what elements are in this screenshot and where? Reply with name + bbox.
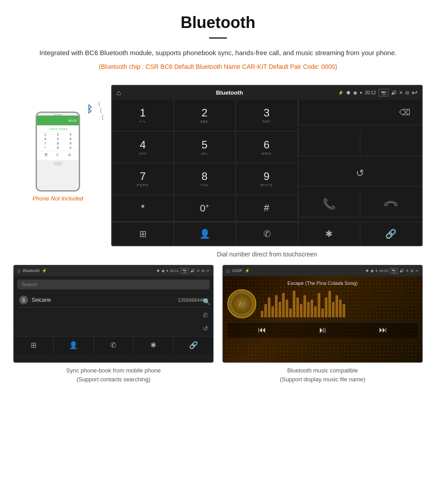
- volume-icon[interactable]: 🔊: [391, 90, 396, 95]
- pb-contact-row[interactable]: S Seicane 13566664466: [17, 293, 210, 308]
- end-call-button[interactable]: 📞: [360, 192, 422, 217]
- music-time: 20:15: [379, 269, 388, 273]
- music-bt-icon: ✱: [366, 269, 369, 273]
- pb-vol-icon[interactable]: 🔊: [190, 269, 195, 273]
- dial-key-star[interactable]: *: [112, 195, 174, 222]
- phonebook-caption: Sync phone-book from mobile phone(Suppor…: [13, 366, 214, 384]
- redial-button[interactable]: ↺: [298, 161, 422, 187]
- pb-time: 20:11: [170, 269, 179, 273]
- music-app-title: A2DP: [232, 268, 242, 273]
- pb-statusbar: ⌂ Bluetooth ⚡ ✱ ◉ ▾ 20:11 📷 🔊 ✕ ⊟ ↩: [14, 265, 213, 276]
- dial-key-0[interactable]: 0+: [174, 195, 236, 222]
- dial-key-4[interactable]: 4GHI: [112, 132, 174, 163]
- phone-bottom-bar: ☰ ✆ ⊙: [38, 151, 77, 159]
- music-cam-icon[interactable]: 📷: [390, 268, 398, 274]
- dial-key-hash[interactable]: #: [236, 195, 298, 222]
- pb-func-phone[interactable]: ✆: [94, 336, 134, 354]
- pb-content-area: Search S Seicane 13566664466 🔍 ✆ ↺: [14, 276, 213, 354]
- phone-screen: + Add to Contacts 123 456 789 *0# ☰ ✆ ⊙: [37, 125, 79, 160]
- pb-search-placeholder: Search: [22, 282, 37, 287]
- music-close-icon[interactable]: ✕: [406, 269, 409, 273]
- dial-key-2[interactable]: 2ABC: [174, 100, 236, 131]
- func-phone[interactable]: ✆: [236, 222, 298, 245]
- dial-key-1[interactable]: 1∿∿: [112, 100, 174, 131]
- dial-key-8[interactable]: 8TUV: [174, 163, 236, 195]
- pb-func-link[interactable]: 🔗: [174, 336, 213, 354]
- page-header: Bluetooth Integrated with BC6 Bluetooth …: [0, 0, 436, 80]
- func-bluetooth[interactable]: ✱: [298, 222, 360, 245]
- dial-key-7[interactable]: 7PQRS: [112, 163, 174, 195]
- page-description: Integrated with BC6 Bluetooth module, su…: [27, 48, 409, 58]
- pb-search-bar[interactable]: Search: [17, 280, 210, 289]
- func-dialpad[interactable]: ⊞: [112, 222, 174, 245]
- music-vol-icon[interactable]: 🔊: [400, 269, 404, 273]
- pb-split-icon[interactable]: ⊟: [202, 269, 205, 273]
- main-screen-section: ⌂ Bluetooth ⚡ ✱ ◉ ▾ 20:12 📷 🔊 ✕ ⊟ ↩: [111, 85, 423, 265]
- page-title: Bluetooth: [27, 13, 409, 32]
- pb-loc-icon: ◉: [161, 269, 165, 273]
- pb-wifi-icon: ▾: [166, 269, 168, 273]
- pb-home-icon[interactable]: ⌂: [17, 268, 20, 274]
- pb-func-dialpad[interactable]: ⊞: [14, 336, 54, 354]
- phone-add-contacts: + Add to Contacts: [38, 127, 77, 132]
- split-icon[interactable]: ⊟: [405, 90, 409, 95]
- status-time: 20:12: [365, 90, 376, 95]
- music-back-icon[interactable]: ↩: [416, 269, 419, 273]
- music-playpause-button[interactable]: ⏯: [318, 325, 327, 335]
- dial-key-5[interactable]: 5JKL: [174, 132, 236, 163]
- dialpad-right: ⌫ ↺ 📞 📞: [298, 100, 422, 222]
- function-bar: ⊞ 👤 ✆ ✱ 🔗: [112, 222, 422, 245]
- music-inner: Escape (The Pina Colada Song) ♪ ᛒ: [223, 276, 422, 342]
- dialpad-keys: 1∿∿ 2ABC 3DEF 4GHI 5JKL 6MNO: [112, 100, 298, 222]
- phone-illustration: ( ( ( ᛒ M+20 + Add to Contacts 123 456 7…: [31, 112, 85, 192]
- music-statusbar-right: ✱ ◉ ▾ 20:15 📷 🔊 ✕ ⊟ ↩: [366, 268, 419, 274]
- signal-waves: ( ( (: [98, 100, 100, 120]
- bluetooth-icon: ᛒ: [87, 104, 93, 115]
- music-prev-button[interactable]: ⏮: [258, 325, 266, 335]
- music-next-button[interactable]: ⏭: [379, 325, 387, 335]
- camera-icon[interactable]: 📷: [379, 89, 388, 96]
- home-icon[interactable]: ⌂: [117, 89, 121, 97]
- music-screen: ⌂ A2DP ⚡ ✱ ◉ ▾ 20:15 📷 🔊 ✕ ⊟ ↩: [222, 265, 423, 363]
- screen-statusbar: ⌂ Bluetooth ⚡ ✱ ◉ ▾ 20:12 📷 🔊 ✕ ⊟ ↩: [112, 86, 422, 100]
- phone-home-button: [53, 162, 62, 165]
- music-home-icon[interactable]: ⌂: [226, 268, 230, 274]
- music-album-art-inner: ♪ ᛒ: [232, 294, 252, 314]
- pb-func-contacts[interactable]: 👤: [54, 336, 94, 354]
- location-icon: ◉: [353, 90, 357, 95]
- pb-close-icon[interactable]: ✕: [197, 269, 200, 273]
- close-icon[interactable]: ✕: [399, 90, 403, 95]
- wifi-icon: ▾: [360, 90, 362, 95]
- pb-right-icons: 🔍 ✆ ↺: [203, 298, 210, 332]
- music-caption: Bluetooth music compatible(Support displ…: [222, 366, 423, 384]
- empty-cell-2: [360, 130, 422, 156]
- usb-icon: ⚡: [338, 90, 343, 95]
- back-icon[interactable]: ↩: [412, 88, 417, 97]
- phonebook-screen: ⌂ Bluetooth ⚡ ✱ ◉ ▾ 20:11 📷 🔊 ✕ ⊟ ↩: [13, 265, 214, 363]
- pb-call-icon[interactable]: ✆: [203, 312, 210, 319]
- pb-func-bluetooth[interactable]: ✱: [133, 336, 174, 354]
- pb-refresh-icon[interactable]: ↺: [203, 325, 210, 332]
- pb-cam-icon[interactable]: 📷: [181, 268, 189, 274]
- call-button[interactable]: 📞: [298, 192, 360, 217]
- pb-search-icon[interactable]: 🔍: [203, 298, 210, 305]
- pb-statusbar-left: ⌂ Bluetooth ⚡: [17, 268, 47, 274]
- statusbar-left: ⌂: [117, 89, 121, 97]
- phone-not-included-label: Phone Not Included: [32, 195, 83, 202]
- statusbar-app-title: Bluetooth: [216, 89, 243, 96]
- main-screen-caption: Dial number direct from touchscreen: [111, 251, 423, 258]
- dialpad-area: 1∿∿ 2ABC 3DEF 4GHI 5JKL 6MNO: [112, 100, 422, 222]
- delete-button[interactable]: ⌫: [298, 100, 422, 125]
- pb-contact-avatar: S: [19, 296, 28, 304]
- func-contacts[interactable]: 👤: [174, 222, 236, 245]
- func-link[interactable]: 🔗: [360, 222, 422, 245]
- dial-key-6[interactable]: 6MNO: [236, 132, 298, 163]
- statusbar-right: ⚡ ✱ ◉ ▾ 20:12 📷 🔊 ✕ ⊟ ↩: [338, 88, 417, 97]
- phonebook-content: Search S Seicane 13566664466: [14, 276, 213, 311]
- music-split-icon[interactable]: ⊟: [411, 269, 414, 273]
- pb-back-icon[interactable]: ↩: [206, 269, 210, 273]
- dial-key-9[interactable]: 9WXYZ: [236, 163, 298, 195]
- phone-dialpad: 123 456 789 *0#: [38, 132, 77, 151]
- music-album-row: ♪ ᛒ: [227, 289, 418, 318]
- dial-key-3[interactable]: 3DEF: [236, 100, 298, 131]
